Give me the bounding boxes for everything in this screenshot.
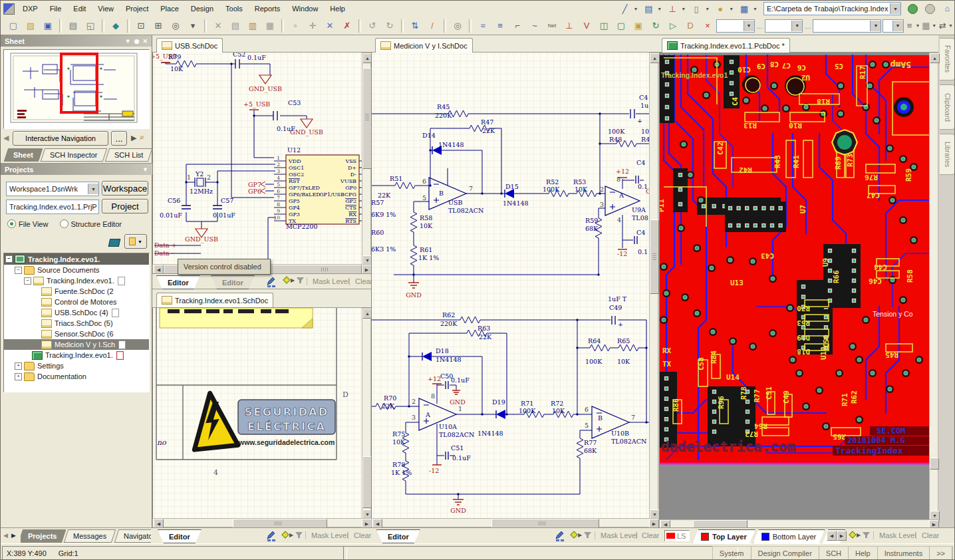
filter-select-icon[interactable]: ▶ [283,531,303,539]
status-button-system[interactable]: System [713,547,751,559]
tree-item-tracking-index-evo1-[interactable]: −Tracking.Index.evo1. [4,275,149,286]
open-icon[interactable]: ▨ [23,18,39,34]
pencil-icon[interactable]: / [424,18,440,34]
pcb-vscrollbar[interactable]: ▲ ▼ [929,53,938,519]
part-icon[interactable]: ◫ [596,18,612,34]
menu-dxp[interactable]: DXP [17,3,44,15]
signal-icon[interactable]: ~ [527,18,543,34]
select-rect-icon[interactable]: ▫ [287,18,303,34]
project-button[interactable]: Project [102,199,148,213]
tab-scroll-right-icon[interactable]: ▶ [11,532,16,539]
tree-item-tracking-index-evo1-[interactable]: Tracking.Index.evo1. [4,350,149,360]
pencil-icon[interactable] [554,529,566,543]
preview-icon[interactable]: ◱ [82,18,98,34]
layers-tool-icon[interactable]: ▤ [640,1,656,17]
device-icon[interactable]: D [682,18,698,34]
recent-path-combo[interactable]: E:\Carpeta de Trabajo\Tracking.Index ▼ [763,2,901,15]
menu-design[interactable]: Design [185,3,219,15]
part-tool-icon[interactable]: ▯ [688,1,704,17]
layer-scroll-left[interactable]: ◀ [827,531,837,541]
menu-edit[interactable]: Edit [67,3,92,15]
cut-icon[interactable]: ✕ [210,18,226,34]
chevron-down-icon[interactable]: ▼ [142,166,148,173]
tree-item-usb-schdoc-4-[interactable]: USB.SchDoc (4) [4,307,149,318]
sheet1-vscrollbar[interactable]: ▲ ▼ [362,308,371,518]
chevron-down-icon[interactable]: ▼ [890,3,900,14]
mask-level-button[interactable]: Mask Level [305,531,348,539]
doc-tab-pcb[interactable]: Tracking.Index.evo1.1.PcbDoc * [662,38,790,53]
status-button-sch[interactable]: SCH [819,547,849,559]
gnd-icon[interactable]: ⊥ [561,18,577,34]
pencil-icon[interactable] [265,529,277,543]
tree-item-source-documents[interactable]: −Source Documents [4,265,149,275]
tree-item-sensor-schdoc-6[interactable]: Sensor.SchDoc (6 [4,329,149,339]
workspace-combo[interactable]: Workspace1.DsnWrk▼ [6,182,99,196]
gnd-tool-icon[interactable]: ⊥ [664,1,680,17]
clear-button[interactable]: Clear [916,531,939,539]
doc-tab-usb[interactable]: USB.SchDoc [156,38,223,53]
status-button-help[interactable]: Help [849,547,878,559]
tab-sheet[interactable]: Sheet [4,148,43,162]
minus-expand-icon[interactable]: − [15,267,22,274]
tab-sch-inspector[interactable]: SCH Inspector [41,148,107,162]
layer-tab-top-layer[interactable]: Top Layer [692,529,755,544]
combo-3[interactable]: ▼ [813,19,881,33]
tree-item-fuente-schdoc-2[interactable]: Fuente.SchDoc (2 [4,286,149,297]
copy-icon[interactable]: ▤ [227,18,243,34]
menu-place[interactable]: Place [154,3,185,15]
lines-tool-icon[interactable]: ≡ [904,18,915,34]
usb-editor-tab[interactable]: Editor [156,275,200,289]
bottom-tab-navigato[interactable]: Navigato [114,529,151,543]
tree-item-documentation[interactable]: +Documentation [4,371,149,382]
file-view-radio[interactable] [7,219,16,228]
print-icon[interactable]: ▤ [65,18,81,34]
usb-schematic-canvas[interactable]: 1VDD2OSC13OSC24RST5GP7/TxLED6GP6/RxLED7G… [152,53,362,264]
structure-editor-radio[interactable] [60,219,68,228]
sheet-symbol-icon[interactable]: ▢ [613,18,629,34]
red-x-icon[interactable]: × [700,18,716,34]
chevron-down-icon[interactable]: ▼ [88,184,98,194]
move-icon[interactable]: ✛ [305,18,321,34]
plus-expand-icon[interactable]: + [15,373,22,380]
sheet1-schematic-canvas[interactable]: SEGURIDADELÉCTRICAwww.seguridadelectrica… [152,308,362,518]
pcb-canvas[interactable]: C10C9C8C7C6C5U2R17R18R13R10C4C42R42R43R4… [659,53,930,519]
book-icon[interactable]: ◆ [108,18,124,34]
pencil-icon[interactable] [265,275,277,289]
layer-tab-bottom-layer[interactable]: Bottom Layer [753,529,825,544]
sheet-preview[interactable] [3,49,150,129]
sheet1-hscrollbar[interactable]: ◀ ▶ [152,518,371,527]
filter-select-icon[interactable]: ▶ [850,531,871,539]
bottom-tab-projects[interactable]: Projects [21,529,67,543]
layer-scroll-right[interactable]: ▶ [837,531,847,541]
tree-item-control-de-motores[interactable]: Control de Motores [4,297,149,307]
menu-window[interactable]: Window [286,3,324,15]
menu-reports[interactable]: Reports [249,3,287,15]
net-label-icon[interactable]: Net [544,18,560,34]
combo-1[interactable]: ▼ [716,19,755,33]
clear-button[interactable]: Clear [636,531,659,539]
compile-icon[interactable] [106,235,122,251]
minus-expand-icon[interactable]: − [24,277,31,285]
snap-icon[interactable]: ✕ [322,18,338,34]
vcc-icon[interactable]: V [579,18,595,34]
duplicate-icon[interactable]: ▦ [262,18,278,34]
menu-view[interactable]: View [92,3,120,15]
status-button-instruments[interactable]: Instruments [878,547,930,559]
workspace-button[interactable]: Workspace [102,181,148,196]
pin-icon[interactable]: ◉ [134,38,140,45]
bus-icon[interactable]: ≡ [492,18,508,34]
tree-item-medicion-v-y-i-sch[interactable]: Medicion V y I.Sch [4,339,149,350]
layer-set-indicator[interactable]: LS [664,530,690,541]
grid-tool-icon[interactable]: ▦ [736,1,752,17]
more-button[interactable]: ... [111,131,127,146]
clear-button[interactable]: Clear [349,277,372,285]
wire-icon[interactable]: ≈ [475,18,491,34]
open-project-menu-button[interactable]: ▼ [124,234,147,249]
zoom-doc-icon[interactable]: ⊞ [150,18,166,34]
sheet-entry-icon[interactable]: ▷ [665,18,681,34]
menu-help[interactable]: Help [324,3,351,15]
home-icon[interactable]: ⌂ [939,1,955,17]
save-icon[interactable]: ▣ [40,18,56,34]
mask-level-button[interactable]: Mask Level [595,531,638,539]
sheet1-editor-tab[interactable]: Editor [158,529,202,543]
